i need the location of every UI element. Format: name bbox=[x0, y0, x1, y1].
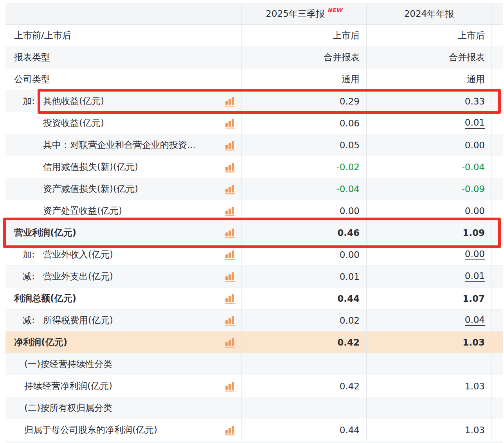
value-cell-2025-q3: 0.44 bbox=[242, 419, 367, 441]
row-spill-cell bbox=[492, 331, 503, 353]
value-2025-q3: 通用 bbox=[342, 73, 360, 85]
value-2025-q3: -0.04 bbox=[336, 184, 360, 194]
value-cell-2025-q3: 0.42 bbox=[242, 375, 367, 397]
row-label: 营业外收入(亿元) bbox=[43, 249, 113, 261]
bar-chart-icon[interactable] bbox=[225, 95, 235, 107]
partial-next-row bbox=[5, 441, 503, 443]
row-label-cell: (二)按所有权归属分类 bbox=[5, 397, 242, 419]
row-label-cell: 上市前/上市后 bbox=[5, 25, 242, 46]
value-cell-2024-annual: -0.04 bbox=[367, 156, 492, 178]
value-cell-2024-annual bbox=[367, 353, 492, 375]
row-label: 净利润(亿元) bbox=[14, 336, 67, 348]
row-prefix: 减: bbox=[23, 314, 43, 326]
row-spill-cell bbox=[492, 222, 503, 243]
table-row: 归属于母公司股东的净利润(亿元) 0.44 1.03 bbox=[5, 419, 503, 441]
row-label-cell: 利润总额(亿元) bbox=[5, 288, 242, 309]
value-2025-q3: 0.29 bbox=[340, 96, 360, 106]
value-2024-annual: 上市后 bbox=[458, 29, 485, 41]
bar-chart-icon[interactable] bbox=[225, 337, 235, 348]
row-spill-cell bbox=[492, 419, 503, 441]
row-label: (一)按经营持续性分类 bbox=[24, 358, 112, 370]
value-2024-annual: -0.04 bbox=[461, 162, 485, 172]
bar-chart-icon[interactable] bbox=[225, 380, 235, 392]
row-label: 所得税费用(亿元) bbox=[43, 314, 113, 326]
value-2024-annual[interactable]: 0.00 bbox=[465, 249, 485, 260]
row-label-cell: (一)按经营持续性分类 bbox=[5, 353, 242, 375]
row-spill-cell bbox=[492, 310, 503, 331]
column-header-2024-annual: 2024年年报 bbox=[367, 3, 492, 24]
bar-chart-icon[interactable] bbox=[225, 183, 235, 195]
value-2025-q3: 0.02 bbox=[340, 315, 360, 326]
bar-chart-icon[interactable] bbox=[225, 205, 235, 217]
value-2024-annual[interactable]: 0.04 bbox=[465, 315, 485, 326]
value-2025-q3: 0.06 bbox=[340, 118, 360, 128]
value-2024-annual: 通用 bbox=[467, 73, 485, 85]
table-row: 资产减值损失(新)(亿元) -0.04 -0.09 bbox=[5, 178, 503, 200]
value-cell-2024-annual bbox=[367, 397, 492, 419]
row-spill-cell bbox=[492, 68, 503, 90]
value-cell-2024-annual: 0.00 bbox=[367, 244, 492, 265]
row-spill-cell bbox=[492, 47, 503, 68]
value-cell-2024-annual: 0.00 bbox=[367, 200, 492, 222]
value-2024-annual[interactable]: 0.01 bbox=[465, 117, 485, 129]
bar-chart-icon[interactable] bbox=[225, 271, 235, 283]
bar-chart-icon[interactable] bbox=[225, 249, 235, 261]
row-spill-cell bbox=[492, 90, 503, 112]
row-prefix: 加: bbox=[23, 95, 43, 107]
row-label: 持续经营净利润(亿元) bbox=[24, 380, 112, 392]
value-cell-2024-annual: 上市后 bbox=[367, 25, 492, 46]
value-2025-q3: 0.46 bbox=[337, 228, 360, 238]
value-cell-2025-q3: -0.02 bbox=[242, 156, 367, 178]
row-label-cell: 持续经营净利润(亿元) bbox=[5, 375, 242, 397]
value-cell-2024-annual: 1.09 bbox=[367, 222, 492, 243]
row-spill-cell bbox=[492, 375, 503, 397]
row-label: (二)按所有权归属分类 bbox=[24, 402, 112, 414]
bar-chart-icon[interactable] bbox=[225, 424, 235, 436]
row-label: 公司类型 bbox=[14, 73, 50, 85]
value-cell-2025-q3: 0.42 bbox=[242, 331, 367, 353]
row-label: 上市前/上市后 bbox=[14, 29, 71, 41]
row-label: 信用减值损失(新)(亿元) bbox=[43, 161, 138, 173]
value-cell-2025-q3: 0.00 bbox=[242, 244, 367, 265]
bar-chart-icon[interactable] bbox=[225, 227, 235, 239]
value-2024-annual: 1.03 bbox=[465, 425, 485, 435]
value-cell-2024-annual: 通用 bbox=[367, 68, 492, 90]
table-row: (一)按经营持续性分类 bbox=[5, 353, 503, 375]
table-row: 信用减值损失(新)(亿元) -0.02 -0.04 bbox=[5, 156, 503, 178]
value-2024-annual[interactable]: 0.01 bbox=[465, 271, 485, 282]
header-empty-cell bbox=[5, 3, 242, 24]
bar-chart-icon[interactable] bbox=[225, 161, 235, 173]
row-label-cell: 减: 营业外支出(亿元) bbox=[5, 266, 242, 287]
value-cell-2025-q3: 0.05 bbox=[242, 134, 367, 156]
financial-statement-table: 2025年三季报 NEW 2024年年报 上市前/上市后 上市后 上市后 报表类… bbox=[5, 3, 503, 441]
value-2024-annual: 1.09 bbox=[463, 228, 485, 238]
table-header-row: 2025年三季报 NEW 2024年年报 bbox=[5, 3, 503, 25]
bar-chart-icon[interactable] bbox=[225, 139, 235, 151]
value-cell-2025-q3: -0.04 bbox=[242, 178, 367, 200]
row-label-cell: 营业利润(亿元) bbox=[5, 222, 242, 243]
bar-chart-icon[interactable] bbox=[225, 315, 235, 326]
value-cell-2024-annual: 1.03 bbox=[367, 331, 492, 353]
table-row: 利润总额(亿元) 0.44 1.07 bbox=[5, 288, 503, 310]
row-label: 其中：对联营企业和合营企业的投资... bbox=[43, 139, 196, 151]
table-row: 资产处置收益(亿元) 0.00 0.00 bbox=[5, 200, 503, 222]
value-2025-q3: 0.05 bbox=[340, 140, 360, 150]
value-cell-2024-annual: 1.03 bbox=[367, 375, 492, 397]
table-row: 上市前/上市后 上市后 上市后 bbox=[5, 25, 503, 47]
row-label-cell: 加: 其他收益(亿元) bbox=[5, 90, 242, 112]
row-label: 报表类型 bbox=[14, 51, 50, 63]
row-label-cell: 其中：对联营企业和合营企业的投资... bbox=[5, 134, 242, 156]
bar-chart-icon[interactable] bbox=[225, 117, 235, 129]
row-prefix: 加: bbox=[23, 249, 43, 261]
row-label-cell: 减: 所得税费用(亿元) bbox=[5, 310, 242, 331]
column-header-2024-annual-label: 2024年年报 bbox=[404, 8, 454, 20]
value-2025-q3: 0.00 bbox=[340, 206, 360, 216]
value-2024-annual: 0.00 bbox=[465, 140, 485, 150]
bar-chart-icon[interactable] bbox=[225, 293, 235, 304]
value-2025-q3: 上市后 bbox=[333, 29, 360, 41]
table-row: 加: 其他收益(亿元) 0.29 0.33 bbox=[5, 90, 503, 112]
value-cell-2025-q3: 通用 bbox=[242, 68, 367, 90]
value-cell-2025-q3: 0.46 bbox=[242, 222, 367, 243]
value-cell-2024-annual: 0.04 bbox=[367, 310, 492, 331]
row-label-cell: 投资收益(亿元) bbox=[5, 112, 242, 134]
